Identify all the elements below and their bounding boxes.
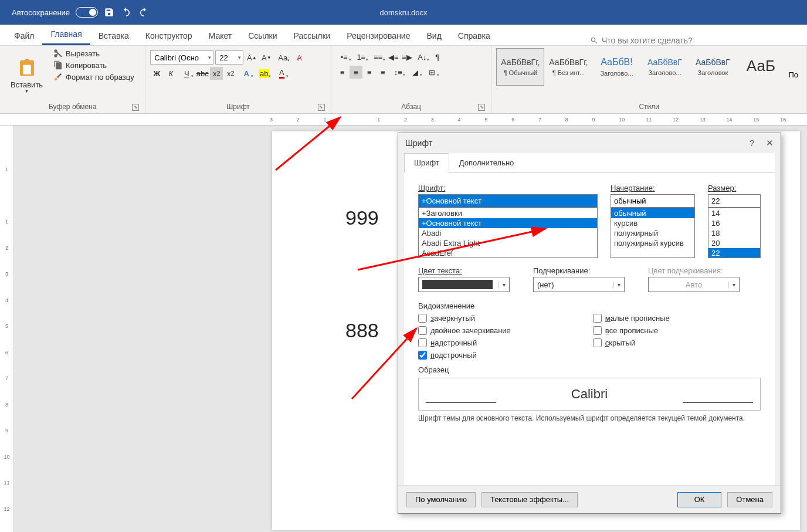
tab-mailings[interactable]: Рассылки (286, 26, 339, 45)
strikethrough-button[interactable]: abc (196, 67, 209, 80)
dialog-close-button[interactable]: ✕ (766, 138, 774, 148)
list-item[interactable]: 16 (708, 218, 760, 228)
tab-home[interactable]: Главная (42, 25, 90, 45)
undo-icon[interactable] (120, 7, 132, 18)
effect-checkbox[interactable]: все прописные (593, 326, 670, 335)
increase-indent-button[interactable]: ≡▶ (401, 50, 413, 63)
font-style-listbox[interactable]: обычныйкурсивполужирныйполужирный курсив (611, 208, 695, 258)
cancel-button[interactable]: Отмена (727, 492, 772, 507)
tab-file[interactable]: Файл (6, 26, 42, 45)
bullets-button[interactable]: •≡ (336, 50, 352, 63)
effect-checkbox[interactable]: скрытый (593, 338, 670, 347)
shrink-font-button[interactable]: A▼ (260, 51, 273, 64)
font-group-label: Шрифт (226, 103, 249, 111)
underline-dropdown[interactable]: (нет) (533, 277, 625, 292)
style-item[interactable]: АаБбВвГЗаголово... (640, 48, 689, 86)
text-effects-button[interactable]: A (238, 67, 255, 80)
format-painter-button[interactable]: Формат по образцу (51, 72, 137, 82)
italic-button[interactable]: К (164, 67, 177, 80)
font-color-button[interactable]: A (273, 67, 290, 80)
line-spacing-button[interactable]: ↕≡ (390, 66, 406, 79)
ok-button[interactable]: ОК (677, 492, 722, 507)
font-name-combo[interactable]: Calibri (Осно (150, 50, 213, 65)
highlight-button[interactable]: ab (256, 67, 272, 80)
list-item[interactable]: курсив (611, 218, 694, 228)
list-item[interactable]: Abadi Extra Light (419, 238, 597, 248)
grow-font-button[interactable]: A▲ (245, 51, 258, 64)
default-button[interactable]: По умолчанию (406, 492, 476, 507)
tab-insert[interactable]: Вставка (90, 26, 137, 45)
list-item[interactable]: полужирный курсив (611, 238, 694, 248)
tab-view[interactable]: Вид (418, 26, 449, 45)
sort-button[interactable]: A↓ (414, 50, 430, 63)
text-effects-button[interactable]: Текстовые эффекты... (482, 492, 578, 507)
list-item[interactable]: AcadEref (419, 248, 597, 258)
horizontal-ruler[interactable]: 32112345678910111213141516 (0, 114, 807, 126)
list-item[interactable]: 18 (708, 228, 760, 238)
decrease-indent-button[interactable]: ◀≡ (387, 50, 400, 63)
change-case-button[interactable]: Aa (274, 51, 291, 64)
list-item[interactable]: +Основной текст (419, 218, 597, 228)
dialog-tab-font[interactable]: Шрифт (404, 153, 449, 173)
style-item[interactable]: АаБбВ!Заголово... (592, 48, 640, 86)
search-input[interactable] (602, 36, 719, 45)
underline-button[interactable]: Ч (178, 67, 195, 80)
tell-me-search[interactable] (590, 36, 719, 45)
align-left-button[interactable]: ≡ (336, 66, 349, 79)
tab-layout[interactable]: Макет (201, 26, 240, 45)
effect-checkbox[interactable]: двойное зачеркивание (418, 326, 511, 335)
dialog-help-button[interactable]: ? (750, 138, 754, 148)
font-size-listbox[interactable]: 1416182022 (708, 208, 761, 258)
font-color-dropdown[interactable] (418, 277, 510, 292)
redo-icon[interactable] (138, 7, 150, 18)
list-item[interactable]: 22 (708, 248, 760, 258)
effect-checkbox[interactable]: зачеркнутый (418, 314, 511, 323)
copy-button[interactable]: Копировать (51, 60, 137, 70)
superscript-button[interactable]: x2 (224, 67, 237, 80)
justify-button[interactable]: ≡ (377, 66, 389, 79)
clipboard-launcher[interactable]: ⬊ (132, 104, 139, 111)
font-style-input[interactable] (611, 194, 695, 208)
font-name-input[interactable] (418, 194, 598, 208)
font-size-input[interactable] (708, 194, 761, 208)
save-icon[interactable] (104, 7, 114, 18)
bold-button[interactable]: Ж (150, 67, 163, 80)
font-launcher[interactable]: ⬊ (318, 104, 325, 111)
clear-formatting-button[interactable]: A̷ (293, 51, 306, 64)
autosave-toggle[interactable] (76, 7, 98, 18)
list-item[interactable]: полужирный (611, 228, 694, 238)
numbering-button[interactable]: 1≡ (353, 50, 369, 63)
font-name-listbox[interactable]: +Заголовки+Основной текстAbadiAbadi Extr… (418, 208, 598, 258)
multilevel-button[interactable]: ≡≡ (370, 50, 386, 63)
cut-button[interactable]: Вырезать (51, 48, 137, 59)
tab-help[interactable]: Справка (450, 26, 499, 45)
doc-text-2: 888 (345, 319, 379, 342)
align-right-button[interactable]: ≡ (363, 66, 376, 79)
dialog-tab-advanced[interactable]: Дополнительно (449, 153, 524, 172)
paragraph-launcher[interactable]: ⬊ (478, 104, 485, 111)
style-item[interactable]: АаБбВвГг,¶ Обычный (496, 48, 544, 86)
list-item[interactable]: 20 (708, 238, 760, 248)
tab-design[interactable]: Конструктор (137, 26, 201, 45)
tab-review[interactable]: Рецензирование (338, 26, 418, 45)
vertical-ruler[interactable]: 1123456789101112 (0, 126, 14, 532)
align-center-button[interactable]: ≡ (350, 66, 362, 79)
style-item[interactable]: АаБбВвГЗаголовок (689, 48, 737, 86)
style-item[interactable]: АаБбВвГг,¶ Без инт... (544, 48, 592, 86)
effect-checkbox[interactable]: надстрочный (418, 338, 511, 347)
paste-button[interactable]: Вставить ▼ (5, 48, 49, 101)
subscript-button[interactable]: x2 (210, 67, 223, 80)
borders-button[interactable]: ⊞ (424, 66, 440, 79)
list-item[interactable]: обычный (611, 208, 694, 218)
shading-button[interactable]: ◢ (407, 66, 423, 79)
tab-references[interactable]: Ссылки (240, 26, 285, 45)
list-item[interactable]: 14 (708, 208, 760, 218)
style-item[interactable]: АаБ (737, 48, 785, 86)
list-item[interactable]: +Заголовки (419, 208, 597, 218)
effect-checkbox[interactable]: малые прописные (593, 314, 670, 323)
styles-gallery[interactable]: АаБбВвГг,¶ ОбычныйАаБбВвГг,¶ Без инт...А… (496, 48, 802, 101)
show-marks-button[interactable]: ¶ (431, 50, 444, 63)
effect-checkbox[interactable]: подстрочный (418, 351, 511, 360)
list-item[interactable]: Abadi (419, 228, 597, 238)
font-size-combo[interactable]: 22 (215, 50, 243, 65)
